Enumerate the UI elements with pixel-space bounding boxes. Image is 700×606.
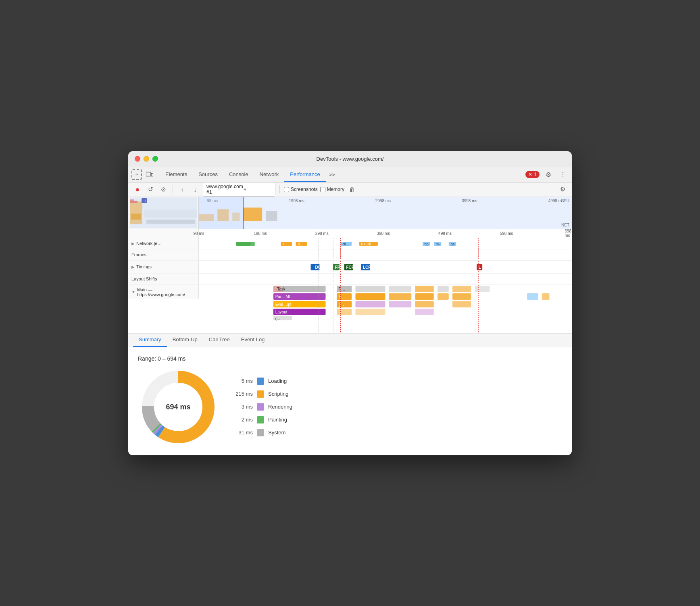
summary-range: Range: 0 – 694 ms [138, 355, 562, 362]
layout-shifts-row: Layout Shifts [128, 274, 572, 285]
tick-1: 1998 ms [289, 199, 304, 203]
svg-text:T…: T… [339, 287, 345, 291]
ruler-ticks: 98 ms 1998 ms 2998 ms 3998 ms 4998 ms [199, 197, 572, 203]
frames-row: Frames [128, 249, 572, 261]
url-dropdown[interactable]: www.google.com #1 ▼ [203, 182, 275, 197]
reload-button[interactable]: ↺ [145, 184, 156, 195]
svg-text:(…: (… [275, 317, 280, 321]
timeline-overview: ⏸ 98 ms 1998 ms 2998 ms 3998 ms 4998 ms [128, 197, 572, 229]
error-icon: ✕ [528, 172, 532, 177]
scripting-label: Scripting [268, 391, 289, 397]
layout-shifts-label: Layout Shifts [128, 274, 199, 284]
timings-label: ▶ Timings [128, 261, 199, 273]
rendering-color [257, 403, 264, 411]
svg-rect-92 [356, 309, 385, 315]
upload-button[interactable]: ↑ [177, 184, 188, 195]
svg-text:cli…: cli… [342, 242, 350, 246]
svg-rect-0 [146, 172, 151, 176]
svg-rect-65 [389, 286, 412, 292]
close-button[interactable] [135, 156, 140, 162]
svg-rect-9 [130, 197, 197, 228]
svg-rect-77 [438, 293, 449, 300]
devtools-body: ⌖ Elements Sources Console Network Perfo… [128, 167, 572, 455]
tab-elements[interactable]: Elements [160, 167, 193, 182]
more-options-icon[interactable]: ⋮ [557, 169, 569, 180]
rendering-label: Rendering [268, 404, 292, 410]
rendering-ms: 3 ms [235, 404, 253, 410]
svg-rect-15 [244, 208, 262, 221]
scripting-color [257, 390, 264, 398]
bottom-tabs: Summary Bottom-Up Call Tree Event Log [128, 334, 572, 347]
svg-rect-78 [452, 293, 471, 300]
tab-console[interactable]: Console [223, 167, 254, 182]
tab-sources[interactable]: Sources [193, 167, 223, 182]
download-button[interactable]: ↓ [190, 184, 200, 195]
screenshots-checkbox[interactable] [284, 187, 289, 192]
settings-icon[interactable]: ⚙ [543, 169, 554, 180]
ruler-label-area [128, 229, 199, 238]
legend: 5 ms Loading 215 ms Scripting 3 ms Rende… [235, 378, 292, 436]
summary-content: 694 ms 5 ms Loading 215 ms Scripting [138, 367, 562, 447]
dropdown-arrow: ▼ [243, 187, 272, 192]
svg-text:FCP: FCP [346, 265, 354, 270]
legend-loading: 5 ms Loading [235, 378, 292, 385]
maximize-button[interactable] [152, 156, 158, 162]
svg-rect-68 [452, 286, 471, 292]
delete-button[interactable]: 🗑 [347, 184, 357, 195]
responsive-icon[interactable] [144, 169, 155, 180]
svg-text:E…: E… [339, 295, 346, 299]
toolbar-right: ⚙ [557, 184, 568, 195]
timings-row: ▶ Timings DCL FP FCP [128, 261, 572, 274]
tab-summary[interactable]: Summary [133, 333, 167, 347]
tab-call-tree[interactable]: Call Tree [203, 333, 235, 347]
svg-text:LCP: LCP [363, 265, 371, 270]
memory-group: Memory [320, 187, 344, 192]
tab-network[interactable]: Network [254, 167, 285, 182]
memory-checkbox[interactable] [320, 187, 325, 192]
cursor-icon[interactable]: ⌖ [131, 169, 142, 180]
svg-text:m=: m= [435, 242, 441, 246]
scripting-ms: 215 ms [235, 391, 253, 397]
separator2 [279, 185, 280, 193]
t-598: 598 ms [500, 231, 513, 236]
devtools-window: DevTools - www.google.com/ ⌖ Elements So… [128, 151, 572, 455]
screenshots-group: Screenshots [284, 187, 318, 192]
network-label: ▶ Network |e… [128, 238, 199, 249]
donut-center: 694 ms [166, 403, 190, 411]
t-98: 98 ms [193, 231, 204, 236]
tab-performance[interactable]: Performance [284, 167, 325, 182]
tabs-bar: ⌖ Elements Sources Console Network Perfo… [128, 167, 572, 183]
error-badge[interactable]: ✕ 1 [525, 171, 540, 178]
perf-settings-button[interactable]: ⚙ [557, 184, 568, 195]
t-298: 298 ms [315, 231, 329, 236]
performance-toolbar: ● ↺ ⊘ ↑ ↓ www.google.com #1 ▼ Screenshot… [128, 183, 572, 197]
t-498: 498 ms [438, 231, 452, 236]
timeline-main: ▶ Network |e… r d… cl [128, 238, 572, 334]
tab-bottom-up[interactable]: Bottom-Up [167, 333, 203, 347]
tick-3: 3998 ms [462, 199, 477, 203]
record-button[interactable]: ● [132, 184, 143, 195]
svg-rect-64 [356, 286, 385, 292]
svg-rect-86 [389, 301, 412, 307]
svg-text:DCL: DCL [315, 265, 324, 270]
tab-event-log[interactable]: Event Log [235, 333, 271, 347]
clear-button[interactable]: ⊘ [158, 184, 169, 195]
svg-rect-17 [236, 242, 251, 246]
svg-rect-66 [415, 286, 434, 292]
painting-ms: 2 ms [235, 417, 253, 423]
svg-text:⏸: ⏸ [144, 199, 147, 203]
tabs-right: ✕ 1 ⚙ ⋮ [525, 169, 569, 180]
svg-rect-67 [438, 286, 449, 292]
net-label: NET [561, 223, 569, 227]
t-698: 698 ms [565, 229, 571, 238]
minimize-button[interactable] [144, 156, 149, 162]
window-title: DevTools - www.google.com/ [317, 156, 384, 162]
svg-rect-87 [415, 301, 434, 307]
svg-text:hp: hp [425, 242, 429, 246]
tick-2: 2998 ms [375, 199, 391, 203]
svg-rect-88 [452, 301, 471, 307]
t-198: 198 ms [254, 231, 267, 236]
svg-rect-74 [356, 293, 385, 300]
painting-label: Painting [268, 417, 287, 423]
more-tabs[interactable]: >> [326, 172, 338, 178]
